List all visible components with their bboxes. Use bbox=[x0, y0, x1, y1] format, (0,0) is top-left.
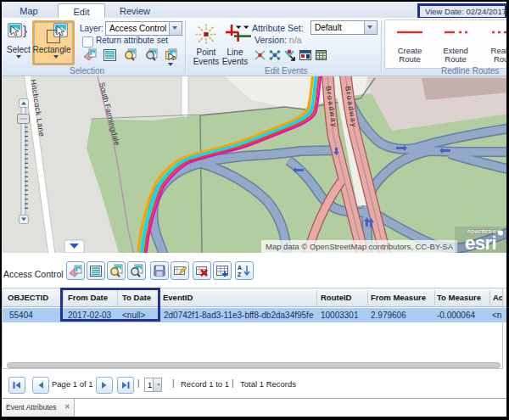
svg-text:Z: Z bbox=[238, 272, 242, 277]
svg-text:A: A bbox=[238, 265, 242, 271]
svg-text:esri: esri bbox=[465, 232, 496, 253]
svg-text:Map data © OpenStreetMap contr: Map data © OpenStreetMap contributors, C… bbox=[266, 242, 454, 251]
svg-text:}: } bbox=[23, 23, 27, 37]
